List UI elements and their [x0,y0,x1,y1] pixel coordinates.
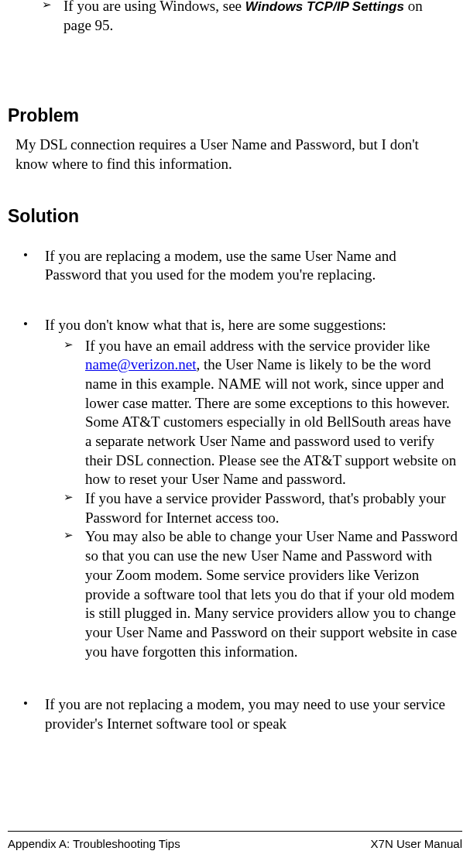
list-item: If you don't know what that is, here are… [45,316,462,335]
footer-right: X7N User Manual [371,836,462,852]
solution-heading: Solution [8,205,462,228]
email-link[interactable]: name@verizon.net [85,356,197,372]
footer-left: Appendix A: Troubleshooting Tips [8,836,180,852]
problem-text: My DSL connection requires a User Name a… [15,136,455,173]
body-text: If you are replacing a modem, use the sa… [45,248,396,283]
page-footer: Appendix A: Troubleshooting Tips X7N Use… [8,831,462,852]
list-item: If you are using Windows, see Windows TC… [63,0,462,35]
list-item: If you have an email address with the se… [85,337,462,490]
body-text: If you have a service provider Password,… [85,490,446,526]
problem-heading: Problem [8,105,462,128]
body-text: , the User Name is likely to be the word… [85,356,456,487]
list-item: You may also be able to change your User… [85,527,462,661]
reference-bold: Windows TCP/IP Settings [245,0,404,14]
body-text: If you are using Windows, see [63,0,245,14]
body-text: If you have an email address with the se… [85,338,430,354]
list-item: If you are replacing a modem, use the sa… [45,247,462,285]
body-text: If you don't know what that is, here are… [45,317,386,333]
body-text: You may also be able to change your User… [85,528,458,659]
body-text: If you are not replacing a modem, you ma… [45,696,445,732]
list-item: If you have a service provider Password,… [85,489,462,527]
list-item: If you are not replacing a modem, you ma… [45,695,462,733]
